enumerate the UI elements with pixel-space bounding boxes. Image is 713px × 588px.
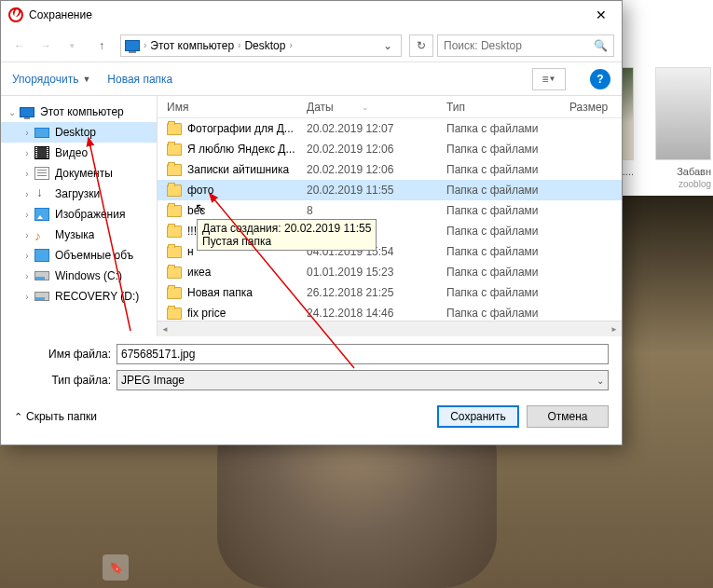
folder-icon [167,267,182,279]
music-icon [34,228,49,241]
filetype-label: Тип файла: [14,374,117,387]
horizontal-scrollbar[interactable] [158,321,622,336]
close-button[interactable]: ✕ [580,1,622,29]
yandex-icon [8,7,23,22]
list-item[interactable]: Новая папка26.12.2018 21:25Папка с файла… [158,282,622,303]
folder-icon [167,287,182,299]
save-dialog: Сохранение ✕ ← → ▾ ↑ › Этот компьютер › … [0,0,623,445]
cursor-icon: ↖ [195,200,206,215]
list-item[interactable]: Я люблю Яндекс Д...20.02.2019 12:06Папка… [158,139,622,159]
folder-icon [167,185,182,197]
forward-button[interactable]: → [34,34,57,57]
list-item[interactable]: Фотографии для Д...20.02.2019 12:07Папка… [158,118,622,139]
column-size[interactable]: Размер [569,101,616,114]
bookmark-icon[interactable]: 🔖 [103,554,129,581]
column-headers: Имя Даты⌄ Тип Размер [158,96,622,118]
expand-icon[interactable]: ⌄ [7,107,18,117]
tree-item-computer[interactable]: ⌄ Этот компьютер [1,102,157,122]
back-button[interactable]: ← [8,34,31,57]
search-input[interactable] [444,39,594,52]
images-icon [34,208,49,221]
expand-icon[interactable]: › [21,128,33,138]
column-name[interactable]: Имя [167,101,307,114]
filetype-select[interactable]: JPEG Image ⌄ [117,370,609,390]
view-mode-button[interactable]: ≡ ▼ [532,68,566,90]
expand-icon[interactable]: › [21,251,33,261]
chevron-right-icon[interactable]: › [144,40,146,50]
tree-item-desktop[interactable]: › Desktop [1,122,157,143]
folder-tooltip: Дата создания: 20.02.2019 11:55 Пустая п… [197,219,377,251]
save-button[interactable]: Сохранить [437,405,519,428]
folder-icon [167,246,182,258]
folder-tree: ⌄ Этот компьютер › Desktop › Видео › Док… [1,96,158,336]
expand-icon[interactable]: › [21,230,33,240]
tree-item-3d[interactable]: › Объемные объ [1,245,157,266]
folder-icon [167,123,182,135]
list-item[interactable]: фото20.02.2019 11:55Папка с файлами [158,180,622,200]
expand-icon[interactable]: › [21,210,33,220]
disk-icon [34,271,49,280]
bg-source: zooblog [679,179,711,189]
breadcrumb[interactable]: › Этот компьютер › Desktop › ⌄ [120,34,402,57]
new-folder-button[interactable]: Новая папка [107,73,172,86]
column-type[interactable]: Тип [446,101,569,114]
expand-icon[interactable]: › [21,148,33,158]
titlebar: Сохранение ✕ [1,1,622,29]
toolbar: Упорядочить ▼ Новая папка ≡ ▼ ? [1,62,622,96]
chevron-right-icon[interactable]: › [289,40,292,50]
downloads-icon [34,187,49,200]
recent-dropdown[interactable]: ▾ [61,34,83,57]
disk-icon [34,292,49,301]
list-item[interactable]: икеа01.01.2019 15:23Папка с файлами [158,262,622,282]
expand-icon[interactable]: › [21,189,33,199]
chevron-right-icon[interactable]: › [238,40,240,50]
tree-item-music[interactable]: › Музыка [1,225,157,245]
tree-item-images[interactable]: › Изображения [1,204,157,225]
chevron-down-icon: ⌃ [14,411,22,423]
column-date[interactable]: Даты⌄ [307,101,446,114]
folder-icon [167,308,182,320]
search-box[interactable]: 🔍 [437,34,614,57]
expand-icon[interactable]: › [21,169,33,179]
file-rows: Фотографии для Д...20.02.2019 12:07Папка… [158,118,622,321]
video-icon [34,146,49,159]
filename-input[interactable] [117,344,609,364]
filename-label: Имя файла: [14,348,117,361]
computer-icon [20,107,34,117]
organize-menu[interactable]: Упорядочить ▼ [12,73,90,86]
breadcrumb-segment[interactable]: Desktop [244,39,285,52]
refresh-button[interactable]: ↻ [409,34,433,57]
bg-caption: Забавн [677,166,711,177]
bg-thumbnail [655,67,711,160]
tree-item-downloads[interactable]: › Загрузки [1,184,157,204]
documents-icon [34,167,49,180]
tree-item-documents[interactable]: › Документы [1,163,157,184]
list-item[interactable]: Записки айтишника20.02.2019 12:06Папка с… [158,159,622,180]
folder-icon [167,205,182,217]
breadcrumb-dropdown[interactable]: ⌄ [378,39,397,52]
up-button[interactable]: ↑ [90,34,113,57]
breadcrumb-segment[interactable]: Этот компьютер [150,39,234,52]
hide-folders-toggle[interactable]: ⌃ Скрыть папки [14,410,97,423]
expand-icon[interactable]: › [21,271,33,281]
folder-icon [167,226,182,238]
list-item[interactable]: fix price24.12.2018 14:46Папка с файлами [158,303,622,321]
3d-objects-icon [34,249,49,262]
desktop-icon [34,128,49,138]
nav-bar: ← → ▾ ↑ › Этот компьютер › Desktop › ⌄ ↻… [1,29,622,62]
list-item[interactable]: bес8Папка с файлами [158,200,622,221]
dialog-footer: Имя файла: Тип файла: JPEG Image ⌄ ⌃ Скр… [1,336,622,437]
expand-icon[interactable]: › [21,292,33,302]
dialog-title: Сохранение [29,8,580,21]
tree-item-disk-c[interactable]: › Windows (C:) [1,266,157,286]
tree-item-videos[interactable]: › Видео [1,143,157,163]
help-button[interactable]: ? [590,69,610,89]
folder-icon [167,164,182,176]
search-icon[interactable]: 🔍 [594,39,608,52]
folder-icon [167,144,182,156]
computer-icon [125,40,140,51]
cancel-button[interactable]: Отмена [527,405,609,428]
file-list: Имя Даты⌄ Тип Размер Фотографии для Д...… [158,96,622,336]
chevron-down-icon: ⌄ [596,376,604,386]
tree-item-disk-d[interactable]: › RECOVERY (D:) [1,286,157,307]
